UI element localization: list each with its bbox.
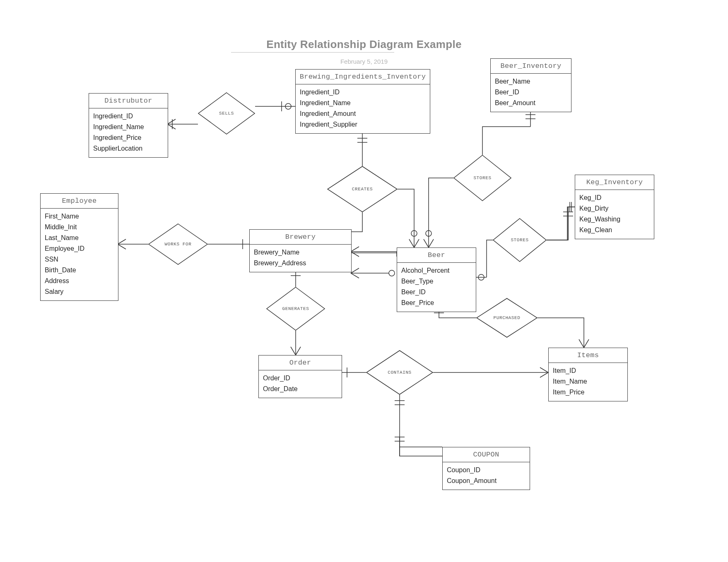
entity-attribute: Coupon_ID [447, 465, 526, 476]
entity-attribute: Beer_Type [401, 276, 472, 287]
rel-purchased-label: PURCHASED [494, 315, 521, 320]
entity-attribute: Keg_ID [579, 192, 650, 203]
entity-distributor-attrs: Ingredient_IDIngredient_NameIngredient_P… [89, 108, 168, 157]
entity-brewery-header: Brewery [250, 230, 351, 245]
entity-attribute: Ingredient_Amount [300, 108, 426, 119]
entity-attribute: Ingredient_Price [93, 132, 164, 143]
svg-point-40 [389, 270, 395, 276]
entity-keg-inventory-attrs: Keg_IDKeg_DirtyKeg_WashingKeg_Clean [575, 190, 654, 239]
entity-attribute: Salary [45, 286, 114, 297]
entity-distributor[interactable]: Distrubutor Ingredient_IDIngredient_Name… [89, 93, 168, 158]
rel-purchased[interactable]: PURCHASED [476, 298, 538, 338]
svg-point-10 [426, 231, 431, 236]
entity-items-attrs: Item_IDItem_NameItem_Price [549, 363, 627, 401]
entity-brewery[interactable]: Brewery Brewery_NameBrewery_Address [249, 229, 352, 272]
entity-attribute: Alcohol_Percent [401, 265, 472, 276]
rel-creates[interactable]: CREATES [327, 166, 398, 212]
entity-order-header: Order [259, 355, 342, 370]
entity-attribute: Ingredient_ID [93, 111, 164, 122]
entity-employee-attrs: First_NameMiddle_InitLast_NameEmployee_I… [41, 209, 118, 300]
diagram-title: Entity Relationship Diagram Example [0, 38, 728, 51]
title-underline [231, 52, 394, 53]
entity-attribute: Last_Name [45, 233, 114, 243]
entity-brewing-inventory-attrs: Ingredient_IDIngredient_NameIngredient_A… [296, 84, 430, 133]
entity-attribute: First_Name [45, 211, 114, 222]
entity-beer-inventory[interactable]: Beer_Inventory Beer_NameBeer_IDBeer_Amou… [490, 58, 571, 112]
entity-order-attrs: Order_IDOrder_Date [259, 370, 342, 398]
entity-attribute: Ingredient_Name [93, 122, 164, 132]
entity-beer-header: Beer [397, 248, 476, 263]
entity-attribute: Order_ID [263, 373, 337, 384]
entity-items-header: Items [549, 348, 627, 363]
entity-attribute: Item_Price [553, 387, 623, 398]
entity-order[interactable]: Order Order_IDOrder_Date [258, 355, 342, 398]
entity-attribute: Employee_ID [45, 243, 114, 254]
entity-attribute: Beer_Amount [495, 98, 567, 108]
entity-attribute: Coupon_Amount [447, 476, 526, 486]
entity-brewing-inventory-header: Brewing_Ingredients_Inventory [296, 70, 430, 84]
entity-attribute: Brewery_Name [254, 247, 347, 258]
rel-stores-beer[interactable]: STORES [453, 155, 511, 201]
diagram-canvas: Entity Relationship Diagram Example Febr… [0, 0, 728, 562]
entity-employee[interactable]: Employee First_NameMiddle_InitLast_NameE… [40, 193, 118, 301]
entity-distributor-header: Distrubutor [89, 94, 168, 108]
entity-keg-inventory-header: Keg_Inventory [575, 175, 654, 190]
entity-beer[interactable]: Beer Alcohol_PercentBeer_TypeBeer_IDBeer… [397, 247, 476, 312]
entity-attribute: Keg_Clean [579, 225, 650, 235]
svg-point-16 [478, 274, 484, 280]
rel-creates-label: CREATES [352, 187, 373, 192]
entity-attribute: Item_ID [553, 365, 623, 376]
entity-brewing-inventory[interactable]: Brewing_Ingredients_Inventory Ingredient… [295, 69, 430, 134]
svg-point-3 [285, 103, 291, 109]
entity-attribute: Ingredient_Supplier [300, 119, 426, 130]
entity-attribute: SupplierLocation [93, 143, 164, 154]
entity-keg-inventory[interactable]: Keg_Inventory Keg_IDKeg_DirtyKeg_Washing… [575, 175, 654, 239]
svg-point-11 [411, 231, 417, 236]
rel-stores-keg-label: STORES [511, 238, 528, 243]
entity-employee-header: Employee [41, 194, 118, 209]
entity-attribute: Middle_Init [45, 222, 114, 233]
rel-works-for-label: WORKS FOR [165, 242, 192, 247]
entity-attribute: Address [45, 276, 114, 286]
entity-attribute: Beer_Price [401, 298, 472, 308]
entity-attribute: Order_Date [263, 384, 337, 394]
entity-attribute: Item_Name [553, 376, 623, 387]
entity-coupon-attrs: Coupon_IDCoupon_Amount [443, 462, 530, 490]
rel-contains[interactable]: CONTAINS [366, 350, 433, 395]
rel-sells[interactable]: SELLS [198, 92, 255, 134]
rel-sells-label: SELLS [219, 111, 234, 116]
entity-beer-attrs: Alcohol_PercentBeer_TypeBeer_IDBeer_Pric… [397, 263, 476, 312]
entity-coupon[interactable]: COUPON Coupon_IDCoupon_Amount [442, 447, 530, 490]
entity-attribute: Keg_Washing [579, 214, 650, 225]
entity-attribute: Beer_ID [401, 287, 472, 298]
rel-stores-keg[interactable]: STORES [493, 218, 547, 262]
rel-generates[interactable]: GENERATES [266, 287, 325, 331]
entity-attribute: SSN [45, 254, 114, 265]
entity-coupon-header: COUPON [443, 447, 530, 462]
entity-brewery-attrs: Brewery_NameBrewery_Address [250, 245, 351, 272]
entity-beer-inventory-attrs: Beer_NameBeer_IDBeer_Amount [491, 74, 571, 112]
rel-works-for[interactable]: WORKS FOR [148, 223, 208, 265]
entity-attribute: Beer_ID [495, 87, 567, 98]
entity-attribute: Ingredient_ID [300, 87, 426, 98]
entity-items[interactable]: Items Item_IDItem_NameItem_Price [548, 348, 628, 401]
rel-generates-label: GENERATES [282, 306, 309, 311]
entity-attribute: Ingredient_Name [300, 98, 426, 108]
diagram-date: February 5, 2019 [0, 58, 728, 65]
entity-attribute: Beer_Name [495, 76, 567, 87]
rel-contains-label: CONTAINS [388, 370, 412, 375]
entity-attribute: Brewery_Address [254, 258, 347, 269]
entity-attribute: Birth_Date [45, 265, 114, 276]
entity-beer-inventory-header: Beer_Inventory [491, 59, 571, 74]
entity-attribute: Keg_Dirty [579, 203, 650, 214]
rel-stores-beer-label: STORES [473, 175, 491, 180]
